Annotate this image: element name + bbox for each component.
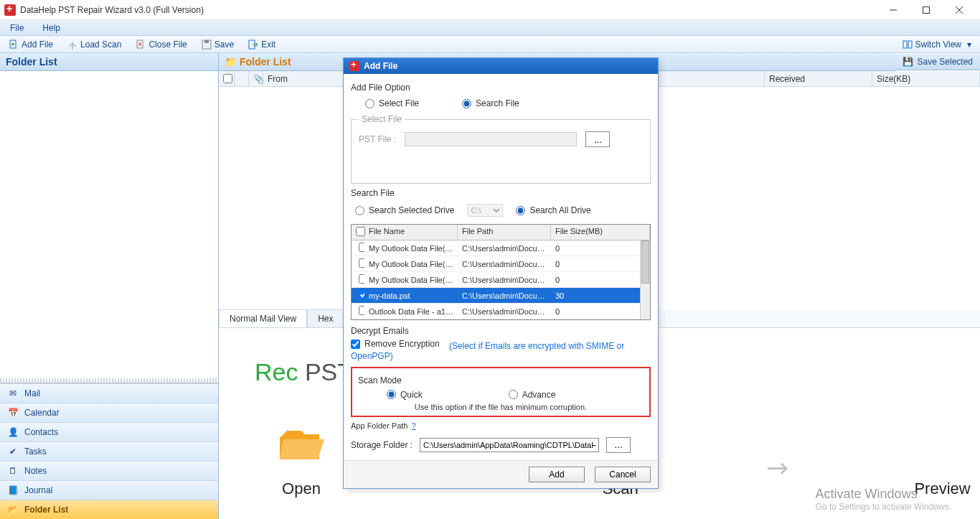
col-checkbox[interactable] bbox=[219, 71, 235, 86]
scan-note: Use this option if the file has minimum … bbox=[358, 403, 644, 411]
th-file-name[interactable]: File Name bbox=[364, 225, 458, 240]
pst-browse-button[interactable]: ... bbox=[585, 131, 610, 147]
select-all-checkbox[interactable] bbox=[223, 74, 232, 83]
add-file-icon bbox=[9, 39, 19, 50]
tasks-icon: ✔ bbox=[7, 446, 19, 457]
chevron-down-icon: ▾ bbox=[967, 39, 971, 50]
col-attach[interactable]: 📎 bbox=[249, 71, 263, 86]
file-name-cell: My Outlook Data File(23).... bbox=[364, 273, 458, 286]
file-checkbox[interactable] bbox=[359, 258, 364, 268]
col-size[interactable]: Size(KB) bbox=[872, 71, 980, 86]
file-name-cell: My Outlook Data File(2).pst bbox=[364, 258, 458, 271]
nav-notes[interactable]: 🗒Notes bbox=[0, 461, 218, 480]
svg-rect-12 bbox=[204, 40, 209, 43]
folder-tree[interactable] bbox=[0, 71, 218, 378]
switch-view-icon bbox=[903, 39, 913, 50]
file-row[interactable]: my-data.pstC:\Users\admin\Docume...30 bbox=[352, 288, 640, 304]
th-file-size[interactable]: File Size(MB) bbox=[551, 225, 650, 240]
app-title: DataHelp PST Repair Wizard v3.0 (Full Ve… bbox=[20, 5, 204, 15]
file-table: File Name File Path File Size(MB) My Out… bbox=[351, 224, 651, 320]
col-received[interactable]: Received bbox=[765, 71, 872, 86]
file-row[interactable]: My Outlook Data File(23)....C:\Users\adm… bbox=[352, 272, 640, 288]
file-checkbox[interactable] bbox=[359, 243, 364, 252]
mail-icon: ✉ bbox=[7, 388, 19, 398]
file-rows[interactable]: My Outlook Data File(1).pstC:\Users\admi… bbox=[352, 240, 640, 319]
nav-calendar[interactable]: 📅Calendar bbox=[0, 403, 218, 422]
svg-rect-15 bbox=[908, 41, 912, 48]
help-icon[interactable]: ? bbox=[412, 421, 416, 430]
open-folder-icon bbox=[276, 424, 326, 467]
decrypt-section: Decrypt Emails Remove Encryption (Select… bbox=[351, 326, 651, 361]
preview-icon bbox=[918, 424, 968, 467]
app-folder-path-label: App Folder Path ? bbox=[351, 421, 651, 430]
tab-normal-mail-view[interactable]: Normal Mail View bbox=[219, 309, 307, 327]
radio-quick[interactable]: Quick bbox=[387, 390, 423, 400]
drive-select: C:\ bbox=[467, 204, 503, 217]
journal-icon: 📘 bbox=[7, 485, 19, 495]
storage-input[interactable] bbox=[420, 438, 599, 452]
file-row[interactable]: My Outlook Data File(1).pstC:\Users\admi… bbox=[352, 240, 640, 256]
file-size-cell: 30 bbox=[551, 289, 640, 302]
add-button[interactable]: Add bbox=[529, 467, 585, 482]
file-name-cell: Outlook Data File - a1.pst bbox=[364, 305, 458, 318]
search-file-label: Search File bbox=[351, 188, 651, 198]
storage-row: Storage Folder : ... bbox=[351, 437, 651, 453]
file-size-cell: 0 bbox=[551, 305, 640, 318]
nav-journal[interactable]: 📘Journal bbox=[0, 480, 218, 500]
radio-select-file[interactable]: Select File bbox=[365, 98, 419, 108]
minimize-button[interactable] bbox=[877, 0, 910, 20]
file-path-cell: C:\Users\admin\Docume... bbox=[458, 273, 551, 286]
exit-button[interactable]: Exit bbox=[245, 39, 278, 50]
file-row[interactable]: Outlook Data File - a1.pstC:\Users\admin… bbox=[352, 304, 640, 319]
close-button[interactable] bbox=[943, 0, 976, 20]
nav-mail[interactable]: ✉Mail bbox=[0, 383, 218, 403]
dialog-app-icon bbox=[349, 61, 359, 71]
app-icon bbox=[4, 4, 16, 16]
maximize-button[interactable] bbox=[910, 0, 943, 20]
left-panel: Folder List ✉Mail 📅Calendar 👤Contacts ✔T… bbox=[0, 53, 219, 519]
scan-mode-box: Scan Mode Quick Advance Use this option … bbox=[351, 367, 651, 417]
file-checkbox[interactable] bbox=[359, 274, 364, 284]
arrow-icon bbox=[768, 462, 793, 477]
dialog-title-bar[interactable]: Add File bbox=[344, 58, 658, 74]
load-scan-button[interactable]: Load Scan bbox=[65, 39, 124, 50]
search-drive-row: Search Selected Drive C:\ Search All Dri… bbox=[351, 201, 651, 221]
add-file-dialog: Add File Add File Option Select File Sea… bbox=[343, 57, 659, 489]
radio-search-all-drive[interactable]: Search All Drive bbox=[516, 205, 590, 215]
close-file-button[interactable]: Close File bbox=[133, 39, 189, 50]
nav-folder-list[interactable]: 📂Folder List bbox=[0, 500, 218, 519]
remove-encryption-checkbox[interactable]: Remove Encryption bbox=[351, 339, 440, 349]
cancel-button[interactable]: Cancel bbox=[595, 467, 651, 482]
attachment-icon: 📎 bbox=[253, 74, 264, 84]
menu-bar: File Help bbox=[0, 20, 980, 36]
file-checkbox[interactable] bbox=[359, 290, 364, 299]
storage-browse-button[interactable]: ... bbox=[606, 437, 631, 453]
file-row[interactable]: My Outlook Data File(2).pstC:\Users\admi… bbox=[352, 256, 640, 272]
radio-search-selected-drive[interactable]: Search Selected Drive bbox=[355, 205, 454, 215]
load-scan-icon bbox=[67, 39, 77, 50]
save-button[interactable]: Save bbox=[199, 39, 237, 50]
contacts-icon: 👤 bbox=[7, 427, 19, 437]
save-selected-button[interactable]: 💾Save Selected bbox=[895, 54, 980, 70]
folder-header-icon: 📁 bbox=[225, 56, 237, 67]
switch-view-button[interactable]: Switch View▾ bbox=[900, 39, 974, 50]
file-scrollbar[interactable] bbox=[640, 240, 650, 319]
nav-tasks[interactable]: ✔Tasks bbox=[0, 441, 218, 461]
folder-icon: 📂 bbox=[7, 505, 19, 515]
save-icon bbox=[202, 39, 212, 50]
toolbar: Add File Load Scan Close File Save Exit … bbox=[0, 36, 980, 53]
scan-mode-radios: Quick Advance bbox=[358, 388, 644, 403]
file-checkbox[interactable] bbox=[359, 306, 364, 315]
menu-file[interactable]: File bbox=[7, 22, 27, 34]
add-file-button[interactable]: Add File bbox=[6, 39, 56, 50]
calendar-icon: 📅 bbox=[7, 408, 19, 418]
th-file-path[interactable]: File Path bbox=[458, 225, 551, 240]
tab-hex[interactable]: Hex bbox=[307, 309, 344, 327]
radio-advance[interactable]: Advance bbox=[509, 390, 556, 400]
pst-file-input bbox=[405, 132, 577, 146]
nav-contacts[interactable]: 👤Contacts bbox=[0, 422, 218, 441]
radio-search-file[interactable]: Search File bbox=[462, 98, 519, 108]
menu-help[interactable]: Help bbox=[39, 22, 63, 34]
col-flag[interactable] bbox=[235, 71, 249, 86]
dialog-title: Add File bbox=[364, 61, 397, 71]
